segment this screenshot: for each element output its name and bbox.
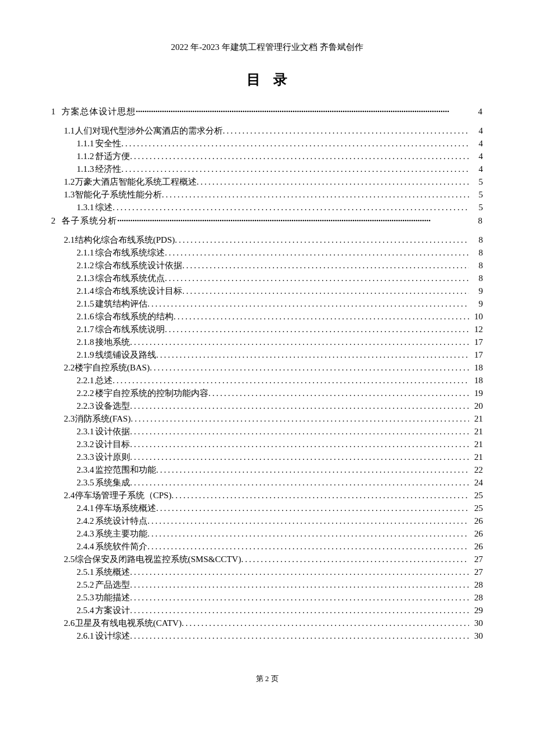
toc-text: 总述 <box>95 375 113 386</box>
toc-entry: 2.3.2 设计目标 21 <box>77 439 483 450</box>
toc-text: 设备选型 <box>95 401 130 412</box>
toc-page: 5 <box>470 203 483 213</box>
toc-leader <box>165 248 469 258</box>
toc-page: 8 <box>470 273 483 283</box>
toc-number: 2.5.3 <box>77 593 94 603</box>
toc-page: 4 <box>470 164 483 174</box>
table-of-contents: 1 方案总体设计思想41.1 人们对现代型涉外公寓酒店的需求分析 41.1.1 … <box>51 106 483 642</box>
toc-page: 20 <box>470 401 483 411</box>
toc-leader <box>130 606 469 615</box>
toc-leader <box>223 126 469 136</box>
toc-number: 2.3.4 <box>77 465 94 475</box>
toc-leader <box>241 555 469 564</box>
toc-leader <box>165 273 469 283</box>
toc-text: 各子系统分析 <box>62 215 117 226</box>
toc-entry: 2.4.1 停车场系统概述 25 <box>77 503 483 514</box>
toc-leader <box>165 325 469 334</box>
toc-number: 2.2.1 <box>77 376 94 386</box>
toc-text: 设计原则 <box>95 452 130 463</box>
toc-text: 监控范围和功能 <box>95 465 156 476</box>
toc-page: 30 <box>470 618 483 628</box>
toc-title: 目录 <box>51 70 483 89</box>
toc-leader <box>162 190 469 200</box>
toc-leader <box>121 164 469 174</box>
toc-page: 8 <box>470 261 483 271</box>
toc-text: 系统概述 <box>95 567 130 578</box>
toc-page: 4 <box>470 107 483 117</box>
toc-page: 17 <box>470 337 483 347</box>
toc-entry: 1.3.1 综述 5 <box>77 202 483 213</box>
toc-page: 27 <box>470 555 483 564</box>
toc-entry: 2.3.1 设计依据 21 <box>77 426 483 437</box>
toc-text: 安全性 <box>95 138 121 149</box>
toc-page: 28 <box>470 580 483 590</box>
toc-number: 1.2 <box>64 177 75 187</box>
toc-leader <box>130 152 469 161</box>
toc-text: 方案设计 <box>95 605 130 616</box>
toc-text: 万豪大酒店智能化系统工程概述 <box>75 177 197 188</box>
toc-entry: 2.6.1 设计综述 30 <box>77 631 483 642</box>
toc-page: 12 <box>470 325 483 334</box>
toc-number: 2.3.3 <box>77 452 94 462</box>
toc-text: 设计目标 <box>95 439 130 450</box>
toc-number: 2 <box>51 216 62 226</box>
toc-leader <box>113 203 469 213</box>
toc-entry: 2.3.5 系统集成 24 <box>77 477 483 488</box>
toc-text: 楼宇自控系统(BAS) <box>75 362 150 373</box>
toc-text: 结构化综合布线系统(PDS) <box>75 235 175 246</box>
toc-text: 卫星及有线电视系统(CATV) <box>75 618 182 629</box>
toc-text: 系统主要功能 <box>95 528 147 539</box>
toc-number: 2.1.4 <box>77 286 94 296</box>
toc-page: 29 <box>470 606 483 615</box>
toc-number: 2.1.9 <box>77 350 94 360</box>
toc-leader <box>130 427 469 437</box>
toc-text: 停车场系统概述 <box>95 503 156 514</box>
toc-leader <box>156 503 469 513</box>
toc-leader <box>208 388 469 398</box>
toc-leader <box>147 529 469 539</box>
toc-entry: 2.5 综合保安及闭路电视监控系统(SMS&CCTV) 27 <box>64 554 483 565</box>
toc-leader <box>156 465 469 475</box>
toc-page: 8 <box>470 216 483 226</box>
toc-leader <box>147 542 469 552</box>
toc-entry: 2.4.3 系统主要功能 26 <box>77 528 483 539</box>
toc-number: 2.1.3 <box>77 273 94 283</box>
toc-entry: 2.5.2 产品选型 28 <box>77 579 483 591</box>
toc-page: 4 <box>470 152 483 161</box>
toc-entry: 2.1.7 综合布线系统说明 12 <box>77 324 483 335</box>
toc-leader <box>130 337 469 347</box>
toc-number: 1.1.1 <box>77 139 94 149</box>
toc-text: 设计综述 <box>95 631 130 642</box>
toc-number: 1.3.1 <box>77 203 94 213</box>
toc-number: 2.1.6 <box>77 312 94 322</box>
toc-text: 系统软件简介 <box>95 541 147 552</box>
toc-text: 系统设计特点 <box>95 516 147 527</box>
toc-page: 8 <box>470 235 483 245</box>
toc-page: 26 <box>470 529 483 539</box>
toc-leader <box>150 363 469 373</box>
toc-number: 2.4.4 <box>77 542 94 552</box>
toc-page: 9 <box>470 299 483 309</box>
toc-page: 18 <box>470 376 483 386</box>
toc-leader <box>121 139 469 149</box>
toc-number: 2.4.2 <box>77 516 94 526</box>
toc-text: 系统集成 <box>95 477 130 488</box>
toc-entry: 2.1.3 综合布线系统优点 8 <box>77 273 483 284</box>
toc-text: 线缆铺设及路线 <box>95 350 156 361</box>
toc-entry: 2.1.9 线缆铺设及路线 17 <box>77 350 483 361</box>
toc-text: 舒适方便 <box>95 151 130 162</box>
toc-number: 2.5 <box>64 555 75 564</box>
toc-number: 2.3.1 <box>77 427 94 437</box>
toc-text: 产品选型 <box>95 579 130 591</box>
toc-number: 2.4.1 <box>77 503 94 513</box>
toc-text: 消防系统(FAS) <box>75 413 131 424</box>
toc-text: 楼宇自控系统的控制功能内容 <box>95 388 208 399</box>
toc-text: 综合布线系统的结构 <box>95 311 174 322</box>
toc-page: 21 <box>470 427 483 437</box>
toc-entry: 2.2.3 设备选型 20 <box>77 401 483 412</box>
toc-entry: 1.1.2 舒适方便 4 <box>77 151 483 162</box>
toc-number: 1.1 <box>64 126 75 136</box>
toc-page: 25 <box>470 491 483 501</box>
toc-text: 方案总体设计思想 <box>62 106 136 117</box>
toc-number: 1 <box>51 107 62 117</box>
